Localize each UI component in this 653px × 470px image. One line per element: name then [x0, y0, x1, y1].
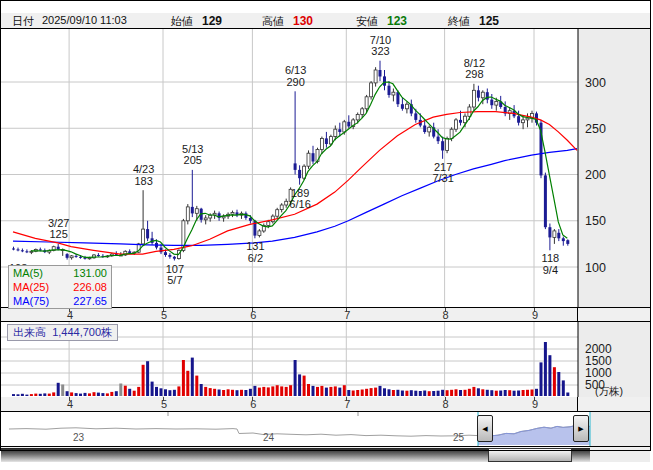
- high-label: 高値: [262, 14, 284, 29]
- ma25-label: MA(25): [13, 280, 49, 294]
- candlestick-chart-pane: 300250200150100 MA(5)131.00 MA(25)226.08…: [1, 29, 650, 307]
- chart-annotation: 2177/31: [423, 162, 463, 185]
- ma75-value: 227.65: [73, 294, 107, 308]
- low-value: 123: [387, 14, 407, 28]
- scrollbar-empty-area: [590, 448, 650, 462]
- month-label: 6: [243, 309, 263, 321]
- quote-header-bar: 日付 2025/09/10 11:03 始値 129 高値 130 安値 123…: [1, 13, 650, 29]
- month-label: 5: [154, 398, 174, 410]
- range-navigator[interactable]: 232425 ◀ ▶: [1, 412, 650, 446]
- chart-annotation: 6/13290: [276, 65, 316, 88]
- low-label: 安値: [356, 14, 378, 29]
- chart-annotation: 8/12298: [454, 58, 494, 81]
- month-label: 9: [525, 309, 545, 321]
- right-arrow-icon: ▶: [578, 425, 583, 433]
- month-label: 8: [436, 309, 456, 321]
- month-label: 4: [60, 309, 80, 321]
- stock-chart-window: 日付 2025/09/10 11:03 始値 129 高値 130 安値 123…: [0, 0, 653, 470]
- ma5-label: MA(5): [13, 266, 43, 280]
- range-handle-right[interactable]: ▶: [573, 415, 589, 442]
- svg-text:300: 300: [585, 76, 606, 90]
- chart-annotation: 4/23183: [124, 164, 164, 187]
- left-arrow-icon: ◀: [482, 425, 487, 433]
- month-label: 7: [337, 398, 357, 410]
- ma-legend: MA(5)131.00 MA(25)226.08 MA(75)227.65: [8, 265, 112, 309]
- chart-annotation: 1075/7: [155, 264, 195, 287]
- open-label: 始値: [171, 14, 193, 29]
- date-value: 2025/09/10 11:03: [42, 14, 127, 26]
- chart-annotation: 5/13205: [173, 144, 213, 167]
- month-axis-strip-volume: 456789: [1, 397, 650, 412]
- svg-text:25: 25: [453, 432, 465, 443]
- ma5-value: 131.00: [73, 266, 107, 280]
- svg-text:23: 23: [73, 432, 85, 443]
- chart-annotation: 1316/2: [235, 241, 275, 264]
- svg-text:24: 24: [263, 432, 275, 443]
- scrollbar-thumb[interactable]: [488, 448, 572, 462]
- volume-label-box: 出来高 1,444,700株: [7, 324, 118, 341]
- navigator-chart: 232425: [1, 412, 650, 446]
- date-label: 日付: [12, 14, 34, 29]
- svg-text:250: 250: [585, 122, 606, 136]
- high-value: 130: [293, 14, 313, 28]
- volume-value: 1,444,700株: [52, 326, 112, 338]
- month-label: 9: [525, 398, 545, 410]
- svg-text:200: 200: [585, 168, 606, 182]
- ma75-label: MA(75): [13, 294, 49, 308]
- open-value: 129: [202, 14, 222, 28]
- svg-text:100: 100: [585, 261, 606, 275]
- horizontal-scrollbar[interactable]: [1, 446, 650, 462]
- range-handle-left[interactable]: ◀: [477, 415, 493, 442]
- month-label: 8: [436, 398, 456, 410]
- month-label: 6: [243, 398, 263, 410]
- month-label: 7: [337, 309, 357, 321]
- close-label: 終値: [448, 14, 470, 29]
- chart-annotation: 1189/4: [530, 253, 570, 276]
- volume-chart-pane: 200015001000500 出来高 1,444,700株 (万株): [1, 322, 650, 397]
- chart-annotation: 1896/16: [280, 188, 320, 211]
- month-label: 4: [60, 398, 80, 410]
- month-label: 5: [154, 309, 174, 321]
- volume-title: 出来高: [13, 326, 46, 338]
- chart-annotation: 7/10323: [361, 35, 401, 58]
- ma25-value: 226.08: [73, 280, 107, 294]
- svg-text:150: 150: [585, 214, 606, 228]
- close-value: 125: [479, 14, 499, 28]
- month-axis-strip-price: 456789: [1, 307, 650, 322]
- chart-annotation: 3/27125: [39, 218, 79, 241]
